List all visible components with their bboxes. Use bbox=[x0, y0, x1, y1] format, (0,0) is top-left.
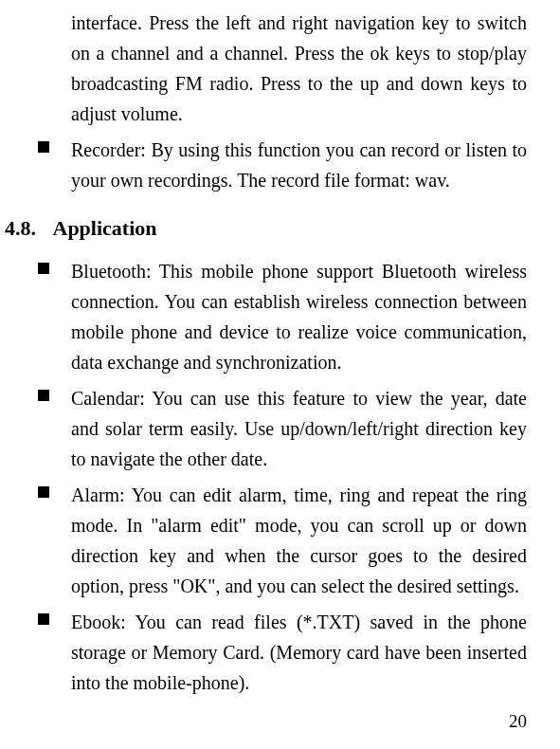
list-item-text: Alarm: You can edit alarm, time, ring an… bbox=[71, 480, 527, 601]
list-item-text: Bluetooth: This mobile phone support Blu… bbox=[71, 256, 527, 377]
list-item-text: Calendar: You can use this feature to vi… bbox=[71, 383, 527, 474]
list-item-text: Recorder: By using this function you can… bbox=[71, 135, 527, 195]
list-item: Calendar: You can use this feature to vi… bbox=[71, 383, 527, 474]
page-number: 20 bbox=[509, 711, 527, 732]
square-bullet-icon bbox=[38, 486, 49, 498]
square-bullet-icon bbox=[38, 613, 49, 625]
continued-paragraph: interface. Press the left and right navi… bbox=[71, 8, 527, 129]
page-content: interface. Press the left and right navi… bbox=[38, 0, 527, 698]
list-item-text: Ebook: You can read files (*.TXT) saved … bbox=[71, 607, 527, 698]
section-number: 4.8. bbox=[5, 216, 36, 240]
square-bullet-icon bbox=[38, 263, 49, 274]
list-item: Bluetooth: This mobile phone support Blu… bbox=[71, 256, 527, 377]
square-bullet-icon bbox=[38, 390, 49, 401]
application-list: Bluetooth: This mobile phone support Blu… bbox=[71, 256, 527, 698]
list-item: Ebook: You can read files (*.TXT) saved … bbox=[71, 607, 527, 698]
list-item: Recorder: By using this function you can… bbox=[71, 135, 527, 195]
top-list: interface. Press the left and right navi… bbox=[71, 8, 527, 195]
section-heading: 4.8. Application bbox=[5, 216, 527, 241]
list-item: Alarm: You can edit alarm, time, ring an… bbox=[71, 480, 527, 601]
section-title: Application bbox=[53, 216, 157, 240]
square-bullet-icon bbox=[38, 141, 49, 153]
